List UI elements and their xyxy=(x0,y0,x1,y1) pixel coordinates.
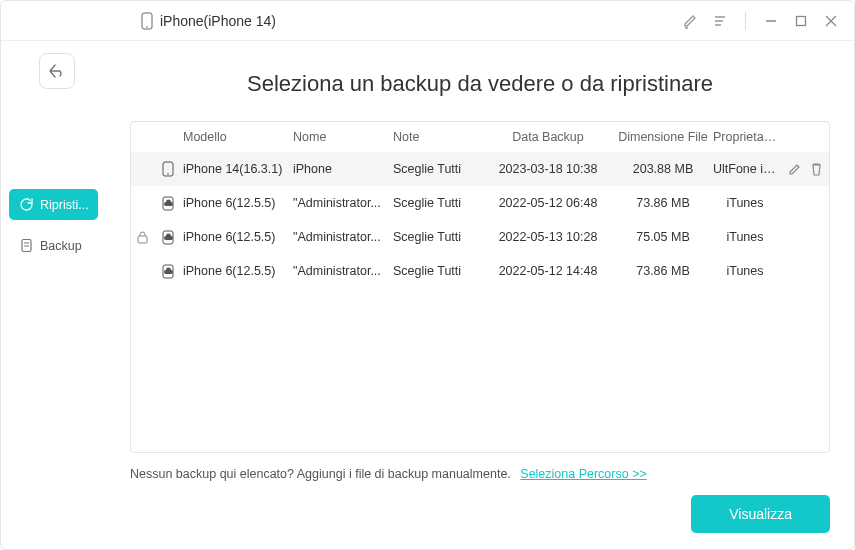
cell-size: 73.86 MB xyxy=(613,264,713,278)
footer-hint: Nessun backup qui elencato? Aggiungi i f… xyxy=(130,467,830,481)
maximize-icon[interactable] xyxy=(792,12,810,30)
device-type-icon xyxy=(153,263,183,279)
minimize-icon[interactable] xyxy=(762,12,780,30)
sidebar-item-label: Ripristi... xyxy=(40,198,89,212)
device-type-icon xyxy=(153,161,183,177)
sidebar-item-backup[interactable]: Backup xyxy=(9,230,98,261)
edit-icon[interactable] xyxy=(681,12,699,30)
refresh-icon xyxy=(19,197,34,212)
view-button[interactable]: Visualizza xyxy=(691,495,830,533)
cell-size: 203.88 MB xyxy=(613,162,713,176)
svg-point-1 xyxy=(146,26,148,28)
back-button[interactable] xyxy=(39,53,75,89)
cell-model: iPhone 14(16.3.1) xyxy=(183,162,293,176)
cell-model: iPhone 6(12.5.5) xyxy=(183,196,293,210)
cell-owner: iTunes xyxy=(713,196,781,210)
cell-size: 73.86 MB xyxy=(613,196,713,210)
sidebar-item-label: Backup xyxy=(40,239,82,253)
cell-name: "Administrator... xyxy=(293,230,393,244)
close-icon[interactable] xyxy=(822,12,840,30)
cell-name: "Administrator... xyxy=(293,196,393,210)
cell-date: 2022-05-12 06:48 xyxy=(483,196,613,210)
cell-model: iPhone 6(12.5.5) xyxy=(183,230,293,244)
cell-owner: iTunes xyxy=(713,264,781,278)
edit-row-icon[interactable] xyxy=(788,162,802,176)
table-row[interactable]: iPhone 14(16.3.1)iPhoneSceglie Tutti2023… xyxy=(131,152,829,186)
cell-date: 2023-03-18 10:38 xyxy=(483,162,613,176)
col-model: Modello xyxy=(183,130,293,144)
page-title: Seleziona un backup da vedere o da ripri… xyxy=(130,71,830,97)
cell-owner: iTunes xyxy=(713,230,781,244)
table-row[interactable]: iPhone 6(12.5.5)"Administrator...Sceglie… xyxy=(131,186,829,220)
lock-icon xyxy=(131,231,153,244)
device-type-icon xyxy=(153,229,183,245)
menu-icon[interactable] xyxy=(711,12,729,30)
hint-text: Nessun backup qui elencato? Aggiungi i f… xyxy=(130,467,511,481)
cell-date: 2022-05-13 10:28 xyxy=(483,230,613,244)
col-note: Note xyxy=(393,130,483,144)
cell-note: Sceglie Tutti xyxy=(393,162,483,176)
cell-name: "Administrator... xyxy=(293,264,393,278)
table-row[interactable]: iPhone 6(12.5.5)"Administrator...Sceglie… xyxy=(131,254,829,288)
device-info: iPhone(iPhone 14) xyxy=(141,12,276,30)
table-header: Modello Nome Note Data Backup Dimensione… xyxy=(131,122,829,152)
main-content: Seleziona un backup da vedere o da ripri… xyxy=(106,41,854,549)
divider xyxy=(745,12,746,30)
cell-note: Sceglie Tutti xyxy=(393,196,483,210)
svg-point-13 xyxy=(167,173,169,175)
sidebar-item-restore[interactable]: Ripristi... xyxy=(9,189,98,220)
cell-size: 75.05 MB xyxy=(613,230,713,244)
cell-date: 2022-05-12 14:48 xyxy=(483,264,613,278)
backup-icon xyxy=(19,238,34,253)
device-type-icon xyxy=(153,195,183,211)
cell-owner: UltFone iOS Data... xyxy=(713,162,781,176)
cell-name: iPhone xyxy=(293,162,393,176)
sidebar: Ripristi... Backup xyxy=(1,41,106,549)
col-name: Nome xyxy=(293,130,393,144)
table-row[interactable]: iPhone 6(12.5.5)"Administrator...Sceglie… xyxy=(131,220,829,254)
phone-icon xyxy=(141,12,153,30)
cell-note: Sceglie Tutti xyxy=(393,264,483,278)
device-name: iPhone(iPhone 14) xyxy=(160,13,276,29)
cell-note: Sceglie Tutti xyxy=(393,230,483,244)
cell-model: iPhone 6(12.5.5) xyxy=(183,264,293,278)
col-size: Dimensione File xyxy=(613,130,713,144)
title-bar: iPhone(iPhone 14) xyxy=(1,1,854,41)
svg-rect-15 xyxy=(138,236,147,243)
delete-row-icon[interactable] xyxy=(810,162,823,176)
backup-table: Modello Nome Note Data Backup Dimensione… xyxy=(130,121,830,453)
svg-rect-6 xyxy=(797,16,806,25)
col-owner: Proprietario xyxy=(713,130,781,144)
col-date: Data Backup xyxy=(483,130,613,144)
select-path-link[interactable]: Seleziona Percorso >> xyxy=(520,467,646,481)
